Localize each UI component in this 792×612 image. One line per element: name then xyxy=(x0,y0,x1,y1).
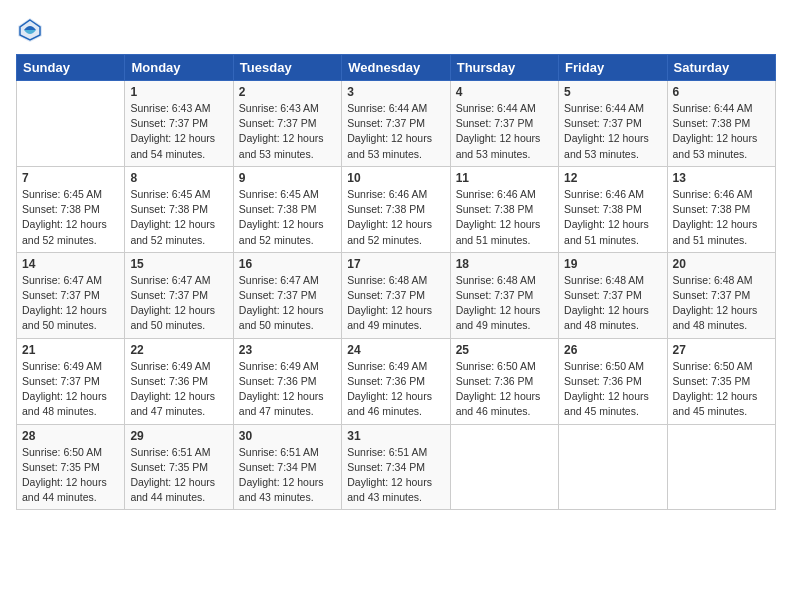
calendar-cell: 4Sunrise: 6:44 AMSunset: 7:37 PMDaylight… xyxy=(450,81,558,167)
sun-info: Sunrise: 6:47 AMSunset: 7:37 PMDaylight:… xyxy=(22,273,119,334)
sun-info: Sunrise: 6:51 AMSunset: 7:35 PMDaylight:… xyxy=(130,445,227,506)
calendar-table: SundayMondayTuesdayWednesdayThursdayFrid… xyxy=(16,54,776,510)
sun-info: Sunrise: 6:43 AMSunset: 7:37 PMDaylight:… xyxy=(239,101,336,162)
day-number: 31 xyxy=(347,429,444,443)
calendar-cell: 13Sunrise: 6:46 AMSunset: 7:38 PMDayligh… xyxy=(667,166,775,252)
day-number: 7 xyxy=(22,171,119,185)
calendar-cell: 24Sunrise: 6:49 AMSunset: 7:36 PMDayligh… xyxy=(342,338,450,424)
sun-info: Sunrise: 6:50 AMSunset: 7:36 PMDaylight:… xyxy=(564,359,661,420)
sun-info: Sunrise: 6:51 AMSunset: 7:34 PMDaylight:… xyxy=(347,445,444,506)
day-number: 8 xyxy=(130,171,227,185)
calendar-cell: 8Sunrise: 6:45 AMSunset: 7:38 PMDaylight… xyxy=(125,166,233,252)
day-number: 15 xyxy=(130,257,227,271)
day-number: 10 xyxy=(347,171,444,185)
calendar-cell: 16Sunrise: 6:47 AMSunset: 7:37 PMDayligh… xyxy=(233,252,341,338)
col-header-sunday: Sunday xyxy=(17,55,125,81)
calendar-cell: 30Sunrise: 6:51 AMSunset: 7:34 PMDayligh… xyxy=(233,424,341,510)
day-number: 2 xyxy=(239,85,336,99)
sun-info: Sunrise: 6:47 AMSunset: 7:37 PMDaylight:… xyxy=(130,273,227,334)
logo xyxy=(16,16,48,44)
calendar-week-3: 14Sunrise: 6:47 AMSunset: 7:37 PMDayligh… xyxy=(17,252,776,338)
day-number: 27 xyxy=(673,343,770,357)
calendar-cell: 15Sunrise: 6:47 AMSunset: 7:37 PMDayligh… xyxy=(125,252,233,338)
sun-info: Sunrise: 6:46 AMSunset: 7:38 PMDaylight:… xyxy=(564,187,661,248)
calendar-cell: 10Sunrise: 6:46 AMSunset: 7:38 PMDayligh… xyxy=(342,166,450,252)
page-header xyxy=(16,16,776,44)
calendar-cell: 9Sunrise: 6:45 AMSunset: 7:38 PMDaylight… xyxy=(233,166,341,252)
sun-info: Sunrise: 6:46 AMSunset: 7:38 PMDaylight:… xyxy=(673,187,770,248)
calendar-week-2: 7Sunrise: 6:45 AMSunset: 7:38 PMDaylight… xyxy=(17,166,776,252)
day-number: 28 xyxy=(22,429,119,443)
day-number: 18 xyxy=(456,257,553,271)
day-number: 22 xyxy=(130,343,227,357)
calendar-cell: 3Sunrise: 6:44 AMSunset: 7:37 PMDaylight… xyxy=(342,81,450,167)
calendar-cell: 23Sunrise: 6:49 AMSunset: 7:36 PMDayligh… xyxy=(233,338,341,424)
sun-info: Sunrise: 6:48 AMSunset: 7:37 PMDaylight:… xyxy=(347,273,444,334)
calendar-cell: 21Sunrise: 6:49 AMSunset: 7:37 PMDayligh… xyxy=(17,338,125,424)
col-header-tuesday: Tuesday xyxy=(233,55,341,81)
calendar-cell: 12Sunrise: 6:46 AMSunset: 7:38 PMDayligh… xyxy=(559,166,667,252)
day-number: 20 xyxy=(673,257,770,271)
day-number: 21 xyxy=(22,343,119,357)
calendar-week-5: 28Sunrise: 6:50 AMSunset: 7:35 PMDayligh… xyxy=(17,424,776,510)
calendar-cell: 7Sunrise: 6:45 AMSunset: 7:38 PMDaylight… xyxy=(17,166,125,252)
calendar-cell: 19Sunrise: 6:48 AMSunset: 7:37 PMDayligh… xyxy=(559,252,667,338)
day-number: 26 xyxy=(564,343,661,357)
col-header-thursday: Thursday xyxy=(450,55,558,81)
sun-info: Sunrise: 6:45 AMSunset: 7:38 PMDaylight:… xyxy=(130,187,227,248)
sun-info: Sunrise: 6:47 AMSunset: 7:37 PMDaylight:… xyxy=(239,273,336,334)
day-number: 14 xyxy=(22,257,119,271)
sun-info: Sunrise: 6:48 AMSunset: 7:37 PMDaylight:… xyxy=(673,273,770,334)
calendar-week-4: 21Sunrise: 6:49 AMSunset: 7:37 PMDayligh… xyxy=(17,338,776,424)
day-number: 4 xyxy=(456,85,553,99)
sun-info: Sunrise: 6:46 AMSunset: 7:38 PMDaylight:… xyxy=(456,187,553,248)
calendar-cell: 1Sunrise: 6:43 AMSunset: 7:37 PMDaylight… xyxy=(125,81,233,167)
day-number: 9 xyxy=(239,171,336,185)
calendar-cell: 27Sunrise: 6:50 AMSunset: 7:35 PMDayligh… xyxy=(667,338,775,424)
sun-info: Sunrise: 6:50 AMSunset: 7:35 PMDaylight:… xyxy=(22,445,119,506)
day-number: 19 xyxy=(564,257,661,271)
day-number: 3 xyxy=(347,85,444,99)
calendar-cell: 31Sunrise: 6:51 AMSunset: 7:34 PMDayligh… xyxy=(342,424,450,510)
calendar-cell: 5Sunrise: 6:44 AMSunset: 7:37 PMDaylight… xyxy=(559,81,667,167)
day-number: 13 xyxy=(673,171,770,185)
calendar-cell: 17Sunrise: 6:48 AMSunset: 7:37 PMDayligh… xyxy=(342,252,450,338)
calendar-cell: 14Sunrise: 6:47 AMSunset: 7:37 PMDayligh… xyxy=(17,252,125,338)
calendar-cell: 22Sunrise: 6:49 AMSunset: 7:36 PMDayligh… xyxy=(125,338,233,424)
day-number: 25 xyxy=(456,343,553,357)
day-number: 1 xyxy=(130,85,227,99)
sun-info: Sunrise: 6:51 AMSunset: 7:34 PMDaylight:… xyxy=(239,445,336,506)
col-header-saturday: Saturday xyxy=(667,55,775,81)
calendar-cell xyxy=(667,424,775,510)
sun-info: Sunrise: 6:45 AMSunset: 7:38 PMDaylight:… xyxy=(239,187,336,248)
day-number: 17 xyxy=(347,257,444,271)
calendar-cell xyxy=(17,81,125,167)
col-header-monday: Monday xyxy=(125,55,233,81)
sun-info: Sunrise: 6:48 AMSunset: 7:37 PMDaylight:… xyxy=(564,273,661,334)
logo-icon xyxy=(16,16,44,44)
day-number: 29 xyxy=(130,429,227,443)
day-number: 5 xyxy=(564,85,661,99)
calendar-week-1: 1Sunrise: 6:43 AMSunset: 7:37 PMDaylight… xyxy=(17,81,776,167)
sun-info: Sunrise: 6:44 AMSunset: 7:37 PMDaylight:… xyxy=(347,101,444,162)
calendar-cell: 18Sunrise: 6:48 AMSunset: 7:37 PMDayligh… xyxy=(450,252,558,338)
sun-info: Sunrise: 6:44 AMSunset: 7:37 PMDaylight:… xyxy=(456,101,553,162)
day-number: 6 xyxy=(673,85,770,99)
calendar-cell: 6Sunrise: 6:44 AMSunset: 7:38 PMDaylight… xyxy=(667,81,775,167)
sun-info: Sunrise: 6:50 AMSunset: 7:35 PMDaylight:… xyxy=(673,359,770,420)
day-number: 16 xyxy=(239,257,336,271)
sun-info: Sunrise: 6:44 AMSunset: 7:37 PMDaylight:… xyxy=(564,101,661,162)
calendar-cell: 2Sunrise: 6:43 AMSunset: 7:37 PMDaylight… xyxy=(233,81,341,167)
calendar-cell: 28Sunrise: 6:50 AMSunset: 7:35 PMDayligh… xyxy=(17,424,125,510)
day-number: 30 xyxy=(239,429,336,443)
sun-info: Sunrise: 6:49 AMSunset: 7:36 PMDaylight:… xyxy=(239,359,336,420)
day-number: 12 xyxy=(564,171,661,185)
day-number: 11 xyxy=(456,171,553,185)
header-row: SundayMondayTuesdayWednesdayThursdayFrid… xyxy=(17,55,776,81)
sun-info: Sunrise: 6:48 AMSunset: 7:37 PMDaylight:… xyxy=(456,273,553,334)
sun-info: Sunrise: 6:49 AMSunset: 7:37 PMDaylight:… xyxy=(22,359,119,420)
col-header-friday: Friday xyxy=(559,55,667,81)
calendar-cell: 26Sunrise: 6:50 AMSunset: 7:36 PMDayligh… xyxy=(559,338,667,424)
col-header-wednesday: Wednesday xyxy=(342,55,450,81)
calendar-cell xyxy=(450,424,558,510)
